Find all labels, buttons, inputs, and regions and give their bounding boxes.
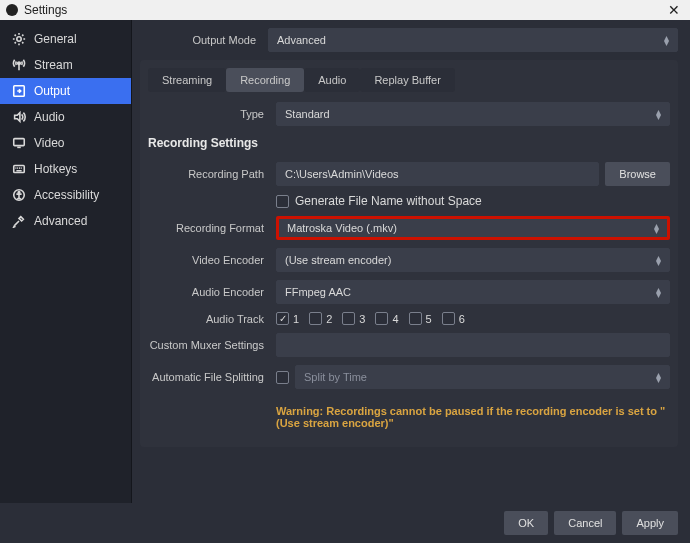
sidebar-item-output[interactable]: Output bbox=[0, 78, 131, 104]
track-6-checkbox[interactable] bbox=[442, 312, 455, 325]
sidebar-item-label: Audio bbox=[34, 110, 65, 124]
track-5-checkbox[interactable] bbox=[409, 312, 422, 325]
track-label: 6 bbox=[459, 313, 465, 325]
sidebar-item-advanced[interactable]: Advanced bbox=[0, 208, 131, 234]
tab-recording[interactable]: Recording bbox=[226, 68, 304, 92]
accessibility-icon bbox=[12, 188, 26, 202]
antenna-icon bbox=[12, 58, 26, 72]
type-value: Standard bbox=[285, 108, 330, 120]
audio-track-label: Audio Track bbox=[148, 313, 270, 325]
chevron-updown-icon: ▴▾ bbox=[656, 109, 661, 119]
output-mode-value: Advanced bbox=[277, 34, 326, 46]
tools-icon bbox=[12, 214, 26, 228]
audio-track-list: 1 2 3 4 5 6 bbox=[276, 312, 465, 325]
cancel-button[interactable]: Cancel bbox=[554, 511, 616, 535]
apply-button[interactable]: Apply bbox=[622, 511, 678, 535]
gen-filename-checkbox[interactable] bbox=[276, 195, 289, 208]
tab-replay-buffer[interactable]: Replay Buffer bbox=[360, 68, 454, 92]
sidebar: General Stream Output Audio Video Hotkey… bbox=[0, 20, 132, 503]
recording-format-label: Recording Format bbox=[148, 222, 270, 234]
sidebar-item-label: Hotkeys bbox=[34, 162, 77, 176]
split-by-select[interactable]: Split by Time ▴▾ bbox=[295, 365, 670, 389]
type-label: Type bbox=[148, 108, 270, 120]
auto-split-checkbox[interactable] bbox=[276, 371, 289, 384]
track-3-checkbox[interactable] bbox=[342, 312, 355, 325]
output-tabs: Streaming Recording Audio Replay Buffer bbox=[148, 68, 670, 92]
browse-button[interactable]: Browse bbox=[605, 162, 670, 186]
app-icon bbox=[6, 4, 18, 16]
sidebar-item-video[interactable]: Video bbox=[0, 130, 131, 156]
content-pane: Output Mode Advanced ▴▾ Streaming Record… bbox=[132, 20, 690, 503]
svg-rect-3 bbox=[14, 139, 25, 146]
custom-muxer-input[interactable] bbox=[276, 333, 670, 357]
sidebar-item-stream[interactable]: Stream bbox=[0, 52, 131, 78]
recording-settings-heading: Recording Settings bbox=[148, 136, 670, 154]
video-encoder-select[interactable]: (Use stream encoder) ▴▾ bbox=[276, 248, 670, 272]
audio-encoder-value: FFmpeg AAC bbox=[285, 286, 351, 298]
titlebar: Settings ✕ bbox=[0, 0, 690, 20]
recording-format-value: Matroska Video (.mkv) bbox=[287, 222, 397, 234]
output-icon bbox=[12, 84, 26, 98]
video-encoder-value: (Use stream encoder) bbox=[285, 254, 391, 266]
track-label: 5 bbox=[426, 313, 432, 325]
output-mode-select[interactable]: Advanced ▴▾ bbox=[268, 28, 678, 52]
custom-muxer-label: Custom Muxer Settings bbox=[148, 339, 270, 351]
svg-point-0 bbox=[17, 37, 21, 41]
audio-encoder-select[interactable]: FFmpeg AAC ▴▾ bbox=[276, 280, 670, 304]
dialog-footer: OK Cancel Apply bbox=[0, 503, 690, 543]
sidebar-item-label: Advanced bbox=[34, 214, 87, 228]
speaker-icon bbox=[12, 110, 26, 124]
chevron-updown-icon: ▴▾ bbox=[656, 255, 661, 265]
auto-split-label: Automatic File Splitting bbox=[148, 371, 270, 383]
chevron-updown-icon: ▴▾ bbox=[654, 223, 659, 233]
track-2-checkbox[interactable] bbox=[309, 312, 322, 325]
monitor-icon bbox=[12, 136, 26, 150]
recording-path-label: Recording Path bbox=[148, 168, 270, 180]
encoder-warning: Warning: Recordings cannot be paused if … bbox=[276, 405, 670, 429]
svg-point-6 bbox=[18, 192, 20, 194]
recording-format-select[interactable]: Matroska Video (.mkv) ▴▾ bbox=[276, 216, 670, 240]
audio-encoder-label: Audio Encoder bbox=[148, 286, 270, 298]
recording-path-input[interactable] bbox=[276, 162, 599, 186]
track-label: 3 bbox=[359, 313, 365, 325]
svg-point-1 bbox=[18, 62, 21, 65]
type-select[interactable]: Standard ▴▾ bbox=[276, 102, 670, 126]
track-label: 2 bbox=[326, 313, 332, 325]
sidebar-item-label: Stream bbox=[34, 58, 73, 72]
gear-icon bbox=[12, 32, 26, 46]
tab-streaming[interactable]: Streaming bbox=[148, 68, 226, 92]
split-by-value: Split by Time bbox=[304, 371, 367, 383]
chevron-updown-icon: ▴▾ bbox=[656, 372, 661, 382]
tab-audio[interactable]: Audio bbox=[304, 68, 360, 92]
track-1-checkbox[interactable] bbox=[276, 312, 289, 325]
window-title: Settings bbox=[24, 3, 67, 17]
video-encoder-label: Video Encoder bbox=[148, 254, 270, 266]
sidebar-item-label: Accessibility bbox=[34, 188, 99, 202]
sidebar-item-general[interactable]: General bbox=[0, 26, 131, 52]
sidebar-item-label: General bbox=[34, 32, 77, 46]
sidebar-item-label: Video bbox=[34, 136, 64, 150]
track-label: 1 bbox=[293, 313, 299, 325]
track-4-checkbox[interactable] bbox=[375, 312, 388, 325]
close-icon[interactable]: ✕ bbox=[664, 2, 684, 18]
sidebar-item-accessibility[interactable]: Accessibility bbox=[0, 182, 131, 208]
sidebar-item-hotkeys[interactable]: Hotkeys bbox=[0, 156, 131, 182]
chevron-updown-icon: ▴▾ bbox=[656, 287, 661, 297]
ok-button[interactable]: OK bbox=[504, 511, 548, 535]
sidebar-item-label: Output bbox=[34, 84, 70, 98]
chevron-updown-icon: ▴▾ bbox=[664, 35, 669, 45]
output-mode-label: Output Mode bbox=[140, 34, 262, 46]
gen-filename-label: Generate File Name without Space bbox=[295, 194, 482, 208]
keyboard-icon bbox=[12, 162, 26, 176]
sidebar-item-audio[interactable]: Audio bbox=[0, 104, 131, 130]
track-label: 4 bbox=[392, 313, 398, 325]
